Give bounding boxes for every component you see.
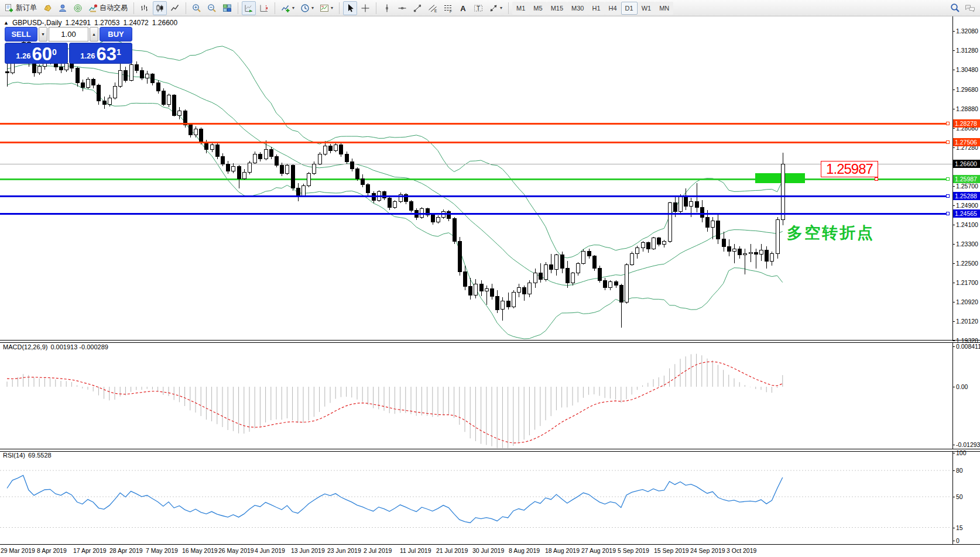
trendline-button[interactable] <box>410 1 424 15</box>
autoscroll-icon <box>244 4 253 13</box>
fibonacci-button[interactable]: F <box>441 1 455 15</box>
candle <box>340 145 343 154</box>
chart-window: ▲ GBPUSD-,Daily 1.24291 1.27053 1.24072 … <box>0 16 980 557</box>
volume-decrease-button[interactable]: ▼ <box>39 27 47 42</box>
signals-icon <box>73 4 83 13</box>
templates-button[interactable]: ▾ <box>317 1 335 15</box>
bollinger-bands <box>7 40 783 339</box>
price-axis-border <box>952 16 953 544</box>
chart-canvas[interactable] <box>0 16 952 544</box>
candle <box>539 273 543 279</box>
horizontal-line-button[interactable] <box>395 1 409 15</box>
channel-button[interactable]: E <box>426 1 440 15</box>
price-flag-annotation[interactable]: 1.25987 <box>821 161 878 177</box>
turning-point-note[interactable]: 多空转折点 <box>787 222 875 243</box>
chart-shift-button[interactable] <box>257 1 271 15</box>
timeframe-h1[interactable]: H1 <box>588 2 604 15</box>
zoom-in-button[interactable] <box>190 1 204 15</box>
sell-button[interactable]: SELL <box>5 27 37 42</box>
price-axis[interactable]: 1.320801.312801.304801.296801.288801.280… <box>954 16 980 557</box>
crosshair-button[interactable] <box>358 1 372 15</box>
candle <box>6 72 9 73</box>
timeframe-m1[interactable]: M1 <box>512 2 529 15</box>
timeframe-mn[interactable]: MN <box>655 2 673 15</box>
date-label: 8 Aug 2019 <box>509 547 540 554</box>
collapse-icon[interactable]: ▲ <box>4 20 9 26</box>
indicators-button[interactable]: ▾ <box>279 1 297 15</box>
sell-price-display[interactable]: 1.26 60 0 <box>5 43 68 64</box>
line-chart-button[interactable] <box>168 1 182 15</box>
chevron-down-icon: ▾ <box>500 6 502 11</box>
axis-tick-label: 1.24100 <box>956 221 978 229</box>
label-glyph: T <box>477 5 480 11</box>
candle <box>356 169 359 179</box>
toolbar-separator <box>275 2 275 14</box>
date-label: 24 Sep 2019 <box>690 547 725 554</box>
ohlc-low: 1.24072 <box>123 19 148 27</box>
buy-button[interactable]: BUY <box>100 27 132 42</box>
candle <box>706 217 710 227</box>
mt4-terminal: { "toolbar": { "new_order": "新订单", "auto… <box>0 0 980 557</box>
periods-button[interactable]: ▾ <box>298 1 316 15</box>
price-badge: 1.24565 <box>953 209 980 218</box>
timeframe-m30[interactable]: M30 <box>567 2 588 15</box>
buy-price-sup: 1 <box>116 49 121 55</box>
chart-header: ▲ GBPUSD-,Daily 1.24291 1.27053 1.24072 … <box>4 19 177 27</box>
channel-glyph: E <box>434 9 437 13</box>
axis-tick-label: 1.30480 <box>956 66 978 74</box>
candle <box>81 82 85 87</box>
quotes-button[interactable] <box>40 1 54 15</box>
levels-over[interactable] <box>0 122 950 215</box>
candle <box>130 64 133 80</box>
chat-button[interactable] <box>962 1 978 15</box>
volume-increase-button[interactable]: ▲ <box>90 27 98 42</box>
timeframe-m15[interactable]: M15 <box>547 2 567 15</box>
price-badge: 1.25987 <box>953 175 980 183</box>
timeframe-d1[interactable]: D1 <box>621 2 638 15</box>
new-order-icon <box>5 4 14 13</box>
autotrade-button[interactable]: 自动交易 <box>86 1 130 15</box>
autoscroll-button[interactable] <box>242 1 256 15</box>
timeframe-h4[interactable]: H4 <box>605 2 621 15</box>
candle <box>755 253 758 255</box>
axis-tick-label: 0 <box>956 537 960 545</box>
macd-pane-separator[interactable] <box>0 340 980 343</box>
candle <box>458 242 462 272</box>
highlight-rect[interactable] <box>755 173 805 183</box>
timeframe-m5[interactable]: M5 <box>529 2 546 15</box>
text-tool-button[interactable]: A <box>456 1 470 15</box>
chevron-down-icon: ▾ <box>292 6 294 11</box>
flag-anchor <box>875 177 878 180</box>
cursor-button[interactable] <box>343 1 357 15</box>
tile-windows-button[interactable] <box>220 1 234 15</box>
zoom-out-button[interactable] <box>205 1 219 15</box>
new-order-button[interactable]: 新订单 <box>2 1 39 15</box>
rsi-pane-separator[interactable] <box>0 449 980 452</box>
candle <box>167 95 171 105</box>
text-label-button[interactable]: T <box>471 1 485 15</box>
bar-chart-button[interactable] <box>138 1 152 15</box>
price-badge: 1.26600 <box>953 160 980 168</box>
candle <box>620 286 623 302</box>
shapes-button[interactable]: ▾ <box>486 1 505 15</box>
candle <box>496 296 499 310</box>
candle <box>728 246 731 251</box>
search-button[interactable] <box>948 1 962 15</box>
candle <box>318 154 322 164</box>
date-label: 2 Jul 2019 <box>364 547 392 554</box>
levels-under[interactable] <box>0 164 952 184</box>
volume-input[interactable]: 1.00 <box>49 27 88 42</box>
indicators-icon <box>281 4 290 13</box>
profile-button[interactable] <box>56 1 70 15</box>
axis-tick-label: 1.23300 <box>956 240 978 248</box>
candle-chart-button[interactable] <box>153 1 167 15</box>
timeframe-w1[interactable]: W1 <box>638 2 656 15</box>
candle <box>216 145 220 157</box>
signals-button[interactable] <box>71 1 85 15</box>
zoom-out-icon <box>207 4 217 13</box>
buy-price-display[interactable]: 1.26 63 1 <box>69 43 132 64</box>
candle <box>550 264 553 269</box>
axis-tick-label: 100 <box>956 449 967 457</box>
vertical-line-button[interactable] <box>380 1 394 15</box>
date-axis[interactable]: 29 Mar 20198 Apr 201917 Apr 201928 Apr 2… <box>0 544 980 557</box>
